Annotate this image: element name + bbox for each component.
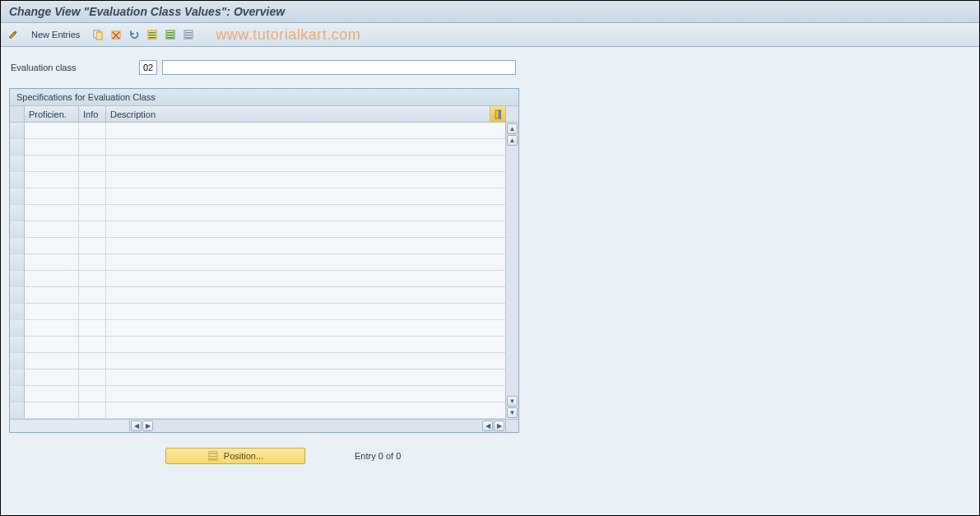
- cell-info[interactable]: [79, 254, 106, 270]
- configure-columns-icon[interactable]: [490, 106, 505, 122]
- row-selector[interactable]: [10, 254, 25, 270]
- cell-info[interactable]: [79, 386, 106, 402]
- cell-description[interactable]: [106, 370, 505, 385]
- row-selector[interactable]: [10, 123, 25, 138]
- cell-description[interactable]: [106, 287, 505, 303]
- evaluation-class-value[interactable]: 02: [139, 60, 157, 75]
- cell-description[interactable]: [106, 221, 505, 237]
- vscroll-up-icon[interactable]: ▲: [507, 123, 518, 134]
- vertical-scrollbar: ▲ ▲ ▼ ▼: [505, 106, 518, 432]
- row-selector[interactable]: [10, 370, 25, 385]
- cell-info[interactable]: [79, 304, 106, 319]
- row-selector[interactable]: [10, 304, 25, 319]
- undo-change-icon[interactable]: [127, 27, 142, 42]
- cell-info[interactable]: [79, 188, 106, 204]
- row-selector[interactable]: [10, 386, 25, 402]
- column-header-proficien[interactable]: Proficien.: [25, 106, 79, 122]
- row-selector[interactable]: [10, 205, 25, 221]
- deselect-all-icon[interactable]: [181, 27, 196, 42]
- cell-info[interactable]: [79, 287, 106, 303]
- delete-icon[interactable]: [109, 27, 123, 42]
- column-header-selector[interactable]: [10, 106, 25, 122]
- cell-proficien[interactable]: [25, 221, 79, 237]
- cell-proficien[interactable]: [25, 139, 79, 155]
- cell-info[interactable]: [79, 238, 106, 253]
- cell-description[interactable]: [106, 172, 505, 188]
- cell-info[interactable]: [79, 320, 106, 336]
- position-button[interactable]: Position...: [165, 448, 305, 464]
- vscroll-down-icon[interactable]: ▼: [507, 407, 518, 418]
- cell-proficien[interactable]: [25, 370, 79, 385]
- cell-description[interactable]: [106, 320, 505, 336]
- hscroll-left-icon[interactable]: ▶: [142, 421, 153, 431]
- cell-proficien[interactable]: [25, 123, 79, 138]
- table-row: [10, 205, 505, 221]
- column-header-description[interactable]: Description: [106, 106, 490, 122]
- cell-proficien[interactable]: [25, 353, 79, 369]
- cell-description[interactable]: [106, 238, 505, 253]
- cell-proficien[interactable]: [25, 254, 79, 270]
- cell-proficien[interactable]: [25, 386, 79, 402]
- cell-description[interactable]: [106, 386, 505, 402]
- cell-proficien[interactable]: [25, 188, 79, 204]
- cell-proficien[interactable]: [25, 337, 79, 352]
- row-selector[interactable]: [10, 337, 25, 352]
- cell-description[interactable]: [106, 353, 505, 369]
- cell-info[interactable]: [79, 139, 106, 155]
- select-all-icon[interactable]: [145, 27, 160, 42]
- cell-description[interactable]: [106, 188, 505, 204]
- cell-info[interactable]: [79, 205, 106, 221]
- cell-description[interactable]: [106, 123, 505, 138]
- cell-proficien[interactable]: [25, 287, 79, 303]
- select-block-icon[interactable]: [163, 27, 178, 42]
- cell-description[interactable]: [106, 205, 505, 221]
- row-selector[interactable]: [10, 156, 25, 171]
- row-selector[interactable]: [10, 188, 25, 204]
- vscroll-pagedown-icon[interactable]: ▼: [507, 396, 518, 407]
- cell-description[interactable]: [106, 402, 505, 418]
- cell-proficien[interactable]: [25, 304, 79, 319]
- row-selector[interactable]: [10, 320, 25, 336]
- cell-info[interactable]: [79, 172, 106, 188]
- table-row: [10, 320, 505, 337]
- cell-description[interactable]: [106, 254, 505, 270]
- row-selector[interactable]: [10, 238, 25, 253]
- svg-rect-8: [167, 32, 174, 34]
- hscroll-right-icon[interactable]: ◀: [482, 421, 493, 431]
- row-selector[interactable]: [10, 271, 25, 286]
- cell-info[interactable]: [79, 402, 106, 418]
- vscroll-pageup-icon[interactable]: ▲: [507, 135, 518, 146]
- copy-as-icon[interactable]: [91, 27, 105, 42]
- row-selector[interactable]: [10, 402, 25, 418]
- cell-info[interactable]: [79, 353, 106, 369]
- evaluation-class-description[interactable]: [162, 60, 516, 75]
- cell-info[interactable]: [79, 370, 106, 385]
- row-selector[interactable]: [10, 139, 25, 155]
- cell-proficien[interactable]: [25, 205, 79, 221]
- row-selector[interactable]: [10, 287, 25, 303]
- cell-proficien[interactable]: [25, 172, 79, 188]
- cell-proficien[interactable]: [25, 156, 79, 171]
- cell-description[interactable]: [106, 139, 505, 155]
- cell-description[interactable]: [106, 304, 505, 319]
- cell-proficien[interactable]: [25, 402, 79, 418]
- cell-info[interactable]: [79, 156, 106, 171]
- cell-description[interactable]: [106, 337, 505, 352]
- row-selector[interactable]: [10, 221, 25, 237]
- row-selector[interactable]: [10, 172, 25, 188]
- cell-description[interactable]: [106, 156, 505, 171]
- cell-proficien[interactable]: [25, 271, 79, 286]
- new-entries-button[interactable]: New Entries: [24, 27, 87, 42]
- cell-proficien[interactable]: [25, 320, 79, 336]
- hscroll-first-icon[interactable]: ◀: [131, 421, 142, 431]
- hscroll-last-icon[interactable]: ▶: [494, 421, 504, 431]
- cell-info[interactable]: [79, 337, 106, 352]
- cell-info[interactable]: [79, 271, 106, 286]
- cell-proficien[interactable]: [25, 238, 79, 253]
- column-header-info[interactable]: Info: [79, 106, 106, 122]
- cell-info[interactable]: [79, 221, 106, 237]
- cell-description[interactable]: [106, 271, 505, 286]
- cell-info[interactable]: [79, 123, 106, 138]
- row-selector[interactable]: [10, 353, 25, 369]
- toggle-change-icon[interactable]: [6, 27, 21, 42]
